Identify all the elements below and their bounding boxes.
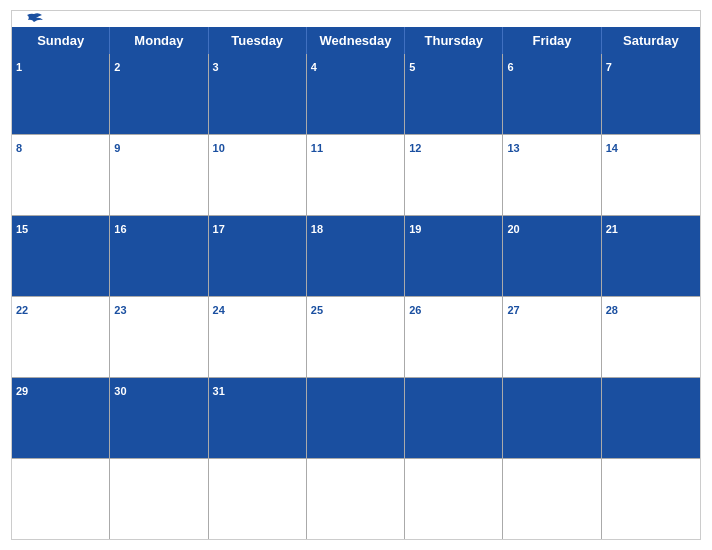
day-header-saturday: Saturday — [602, 27, 700, 54]
week-row: 1234567 — [12, 54, 700, 135]
day-number: 17 — [213, 223, 225, 235]
day-cell — [503, 378, 601, 458]
day-number: 23 — [114, 304, 126, 316]
day-number: 20 — [507, 223, 519, 235]
day-number: 10 — [213, 142, 225, 154]
day-cell: 18 — [307, 216, 405, 296]
day-cell: 15 — [12, 216, 110, 296]
day-number: 7 — [606, 61, 612, 73]
day-cell: 10 — [209, 135, 307, 215]
day-header-monday: Monday — [110, 27, 208, 54]
day-cell: 16 — [110, 216, 208, 296]
day-number: 5 — [409, 61, 415, 73]
day-cell: 6 — [503, 54, 601, 134]
day-number: 29 — [16, 385, 28, 397]
day-cell — [307, 459, 405, 539]
day-cell: 8 — [12, 135, 110, 215]
day-number: 16 — [114, 223, 126, 235]
calendar-header — [12, 11, 700, 27]
day-cell: 19 — [405, 216, 503, 296]
week-row: 15161718192021 — [12, 216, 700, 297]
day-cell: 23 — [110, 297, 208, 377]
day-cell — [307, 378, 405, 458]
week-row: 22232425262728 — [12, 297, 700, 378]
day-cell: 9 — [110, 135, 208, 215]
day-cell: 31 — [209, 378, 307, 458]
day-header-thursday: Thursday — [405, 27, 503, 54]
day-cell: 14 — [602, 135, 700, 215]
day-cell — [110, 459, 208, 539]
calendar-grid: SundayMondayTuesdayWednesdayThursdayFrid… — [12, 27, 700, 539]
day-number: 25 — [311, 304, 323, 316]
day-number: 4 — [311, 61, 317, 73]
weeks-container: 1234567891011121314151617181920212223242… — [12, 54, 700, 539]
day-number: 6 — [507, 61, 513, 73]
day-cell: 28 — [602, 297, 700, 377]
day-number: 11 — [311, 142, 323, 154]
calendar: SundayMondayTuesdayWednesdayThursdayFrid… — [11, 10, 701, 540]
day-cell — [209, 459, 307, 539]
day-cell: 5 — [405, 54, 503, 134]
day-cell — [602, 459, 700, 539]
day-number: 2 — [114, 61, 120, 73]
day-cell: 24 — [209, 297, 307, 377]
day-number: 21 — [606, 223, 618, 235]
day-header-sunday: Sunday — [12, 27, 110, 54]
day-cell: 2 — [110, 54, 208, 134]
logo — [24, 12, 46, 26]
day-cell: 12 — [405, 135, 503, 215]
day-cell: 3 — [209, 54, 307, 134]
day-number: 9 — [114, 142, 120, 154]
day-number: 14 — [606, 142, 618, 154]
day-cell: 25 — [307, 297, 405, 377]
day-number: 31 — [213, 385, 225, 397]
day-number: 18 — [311, 223, 323, 235]
day-number: 28 — [606, 304, 618, 316]
day-headers-row: SundayMondayTuesdayWednesdayThursdayFrid… — [12, 27, 700, 54]
day-cell: 27 — [503, 297, 601, 377]
day-cell — [503, 459, 601, 539]
day-header-friday: Friday — [503, 27, 601, 54]
day-cell: 11 — [307, 135, 405, 215]
day-number: 1 — [16, 61, 22, 73]
day-cell — [405, 378, 503, 458]
day-cell: 13 — [503, 135, 601, 215]
week-row: 891011121314 — [12, 135, 700, 216]
day-number: 27 — [507, 304, 519, 316]
day-cell — [405, 459, 503, 539]
day-number: 12 — [409, 142, 421, 154]
day-cell: 20 — [503, 216, 601, 296]
day-cell: 26 — [405, 297, 503, 377]
week-row — [12, 459, 700, 539]
day-number: 3 — [213, 61, 219, 73]
day-cell: 30 — [110, 378, 208, 458]
day-number: 22 — [16, 304, 28, 316]
day-number: 24 — [213, 304, 225, 316]
day-cell — [12, 459, 110, 539]
day-cell: 1 — [12, 54, 110, 134]
logo-bird-icon — [24, 12, 44, 26]
day-number: 13 — [507, 142, 519, 154]
day-cell — [602, 378, 700, 458]
day-cell: 17 — [209, 216, 307, 296]
day-header-wednesday: Wednesday — [307, 27, 405, 54]
day-cell: 22 — [12, 297, 110, 377]
day-number: 8 — [16, 142, 22, 154]
day-cell: 7 — [602, 54, 700, 134]
day-number: 26 — [409, 304, 421, 316]
day-cell: 21 — [602, 216, 700, 296]
day-number: 15 — [16, 223, 28, 235]
day-cell: 29 — [12, 378, 110, 458]
day-cell: 4 — [307, 54, 405, 134]
day-header-tuesday: Tuesday — [209, 27, 307, 54]
week-row: 293031 — [12, 378, 700, 459]
day-number: 30 — [114, 385, 126, 397]
day-number: 19 — [409, 223, 421, 235]
